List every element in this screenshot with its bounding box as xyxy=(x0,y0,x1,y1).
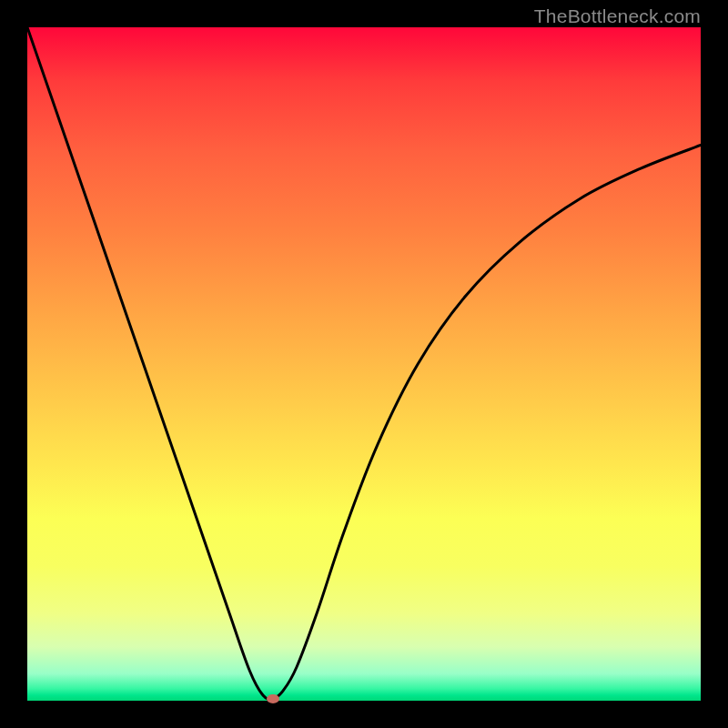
watermark-text: TheBottleneck.com xyxy=(534,5,701,27)
optimum-marker xyxy=(267,694,279,703)
plot-area xyxy=(27,27,701,701)
curve-svg xyxy=(27,27,701,701)
chart-frame: TheBottleneck.com xyxy=(0,0,728,728)
bottleneck-curve xyxy=(27,27,701,699)
